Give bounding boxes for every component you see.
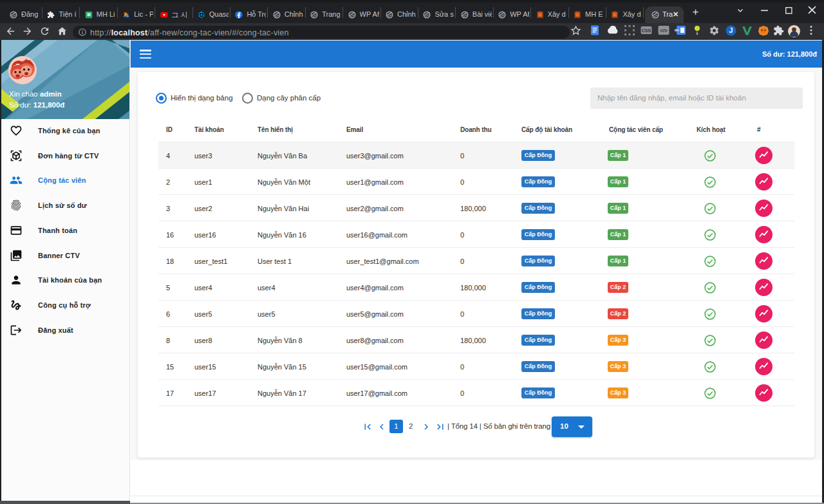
svg-text:CSS: CSS — [642, 28, 651, 33]
svg-text:</>: </> — [660, 28, 668, 33]
svg-text:J: J — [729, 26, 733, 34]
